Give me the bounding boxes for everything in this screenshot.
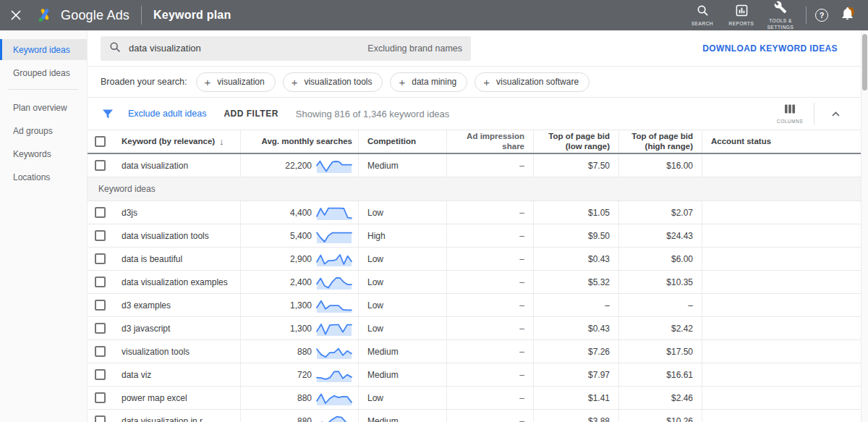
col-header-bid-high[interactable]: Top of page bid (high range)	[619, 130, 702, 153]
select-all-checkbox[interactable]	[95, 136, 106, 147]
row-checkbox-cell	[88, 224, 113, 247]
sidebar-item-label: Keyword ideas	[13, 45, 70, 55]
competition-cell: Low	[359, 387, 447, 409]
columns-button[interactable]: COLUMNS	[777, 104, 803, 124]
trend-sparkline	[316, 367, 352, 383]
competition-cell: Low	[359, 201, 447, 224]
notifications-bell-icon[interactable]	[841, 7, 854, 23]
keyword-row: power map excel 880 Low – $1.41 $2.46	[88, 387, 861, 410]
col-header-searches[interactable]: Avg. monthly searches	[241, 130, 359, 153]
plus-icon: +	[483, 77, 490, 88]
filter-funnel-icon[interactable]	[102, 109, 114, 119]
broaden-chip[interactable]: + visualization software	[475, 72, 590, 92]
sidebar-item-locations[interactable]: Locations	[0, 166, 87, 187]
searches-value: 880	[297, 347, 312, 357]
row-checkbox-cell	[88, 201, 113, 224]
trend-sparkline	[316, 274, 352, 290]
bid-high-cell: $17.50	[619, 340, 702, 363]
col-header-account-status[interactable]: Account status	[702, 130, 861, 153]
sidebar-item-keywords[interactable]: Keywords	[0, 143, 87, 164]
row-checkbox[interactable]	[95, 277, 106, 287]
main-panel: data visualization Excluding brand names…	[87, 30, 861, 422]
ad-impression-share-cell: –	[447, 363, 534, 386]
keyword-cell: d3 examples	[113, 294, 241, 316]
sidebar-item-label: Plan overview	[13, 103, 67, 113]
searches-cell: 880	[241, 410, 359, 422]
row-checkbox-cell	[88, 363, 113, 386]
row-checkbox[interactable]	[95, 253, 106, 264]
competition-cell: Medium	[359, 363, 447, 386]
reports-nav-button[interactable]: REPORTS	[722, 3, 761, 28]
bid-low-cell: $0.43	[534, 248, 619, 270]
sidebar-item-ad-groups[interactable]: Ad groups	[0, 120, 87, 141]
collapse-chevron-up-icon[interactable]	[825, 108, 846, 120]
row-checkbox-cell	[88, 271, 113, 293]
bid-high-cell: $2.07	[619, 201, 702, 224]
ad-impression-share-cell: –	[447, 410, 534, 422]
add-filter-button[interactable]: ADD FILTER	[224, 109, 278, 119]
account-status-cell	[702, 363, 861, 386]
close-icon[interactable]	[10, 9, 35, 21]
search-icon	[697, 4, 709, 20]
keyword-cell: d3js	[113, 201, 241, 224]
row-checkbox-cell	[88, 410, 113, 422]
plus-icon: +	[205, 77, 211, 88]
broaden-chip[interactable]: + visualization	[196, 72, 276, 92]
keyword-cell: visualization tools	[113, 340, 241, 363]
account-status-cell	[702, 410, 861, 422]
bid-high-cell: $2.42	[619, 317, 702, 339]
plus-icon: +	[292, 77, 298, 88]
scrollbar-thumb[interactable]	[862, 34, 867, 90]
search-nav-button[interactable]: SEARCH	[683, 3, 722, 28]
ad-impression-share-cell: –	[447, 340, 534, 363]
keyword-row: data visualization in r 880 Medium – $3.…	[88, 410, 861, 422]
row-checkbox[interactable]	[95, 392, 106, 403]
bid-high-cell: $10.26	[619, 410, 702, 422]
trend-sparkline	[316, 251, 352, 267]
download-keyword-ideas-link[interactable]: DOWNLOAD KEYWORD IDEAS	[702, 43, 838, 54]
col-header-competition[interactable]: Competition	[359, 130, 447, 153]
reports-nav-label: REPORTS	[729, 21, 754, 28]
col-header-ad-impression-share[interactable]: Ad impression share	[447, 130, 534, 153]
select-all-checkbox-cell	[88, 130, 113, 153]
col-header-bid-low[interactable]: Top of page bid (low range)	[534, 130, 619, 153]
col-header-keyword[interactable]: Keyword (by relevance)↓	[113, 130, 241, 153]
bid-high-cell: $24.43	[619, 224, 702, 247]
bid-high-cell: $16.61	[619, 363, 702, 386]
sidebar-item-plan-overview[interactable]: Plan overview	[0, 97, 87, 118]
keyword-cell: data is beautiful	[113, 248, 241, 270]
bid-low-cell: $7.97	[534, 363, 619, 386]
row-checkbox[interactable]	[95, 323, 106, 334]
bid-high-cell: –	[619, 294, 702, 316]
row-checkbox[interactable]	[95, 415, 106, 422]
broaden-chip[interactable]: + visualization tools	[283, 72, 383, 92]
row-checkbox[interactable]	[95, 207, 106, 218]
broaden-chip[interactable]: + data mining	[390, 72, 467, 92]
sidebar-item-label: Ad groups	[13, 126, 53, 136]
plus-icon: +	[399, 77, 405, 88]
keyword-search-input[interactable]: data visualization Excluding brand names	[101, 36, 471, 61]
chip-label: visualization software	[496, 77, 579, 87]
bid-low-cell: $7.26	[534, 340, 619, 363]
competition-cell: Low	[359, 294, 447, 316]
help-icon[interactable]: ?	[815, 9, 828, 22]
exclude-adult-ideas-filter[interactable]: Exclude adult ideas	[128, 109, 206, 119]
sidebar-item-keyword-ideas[interactable]: Keyword ideas	[0, 39, 87, 60]
row-checkbox[interactable]	[95, 300, 106, 311]
tools-settings-nav-button[interactable]: TOOLS & SETTINGS	[761, 0, 800, 31]
trend-sparkline	[316, 344, 352, 360]
idea-rows: d3js 4,400 Low – $1.05 $2.07 data visual…	[88, 201, 861, 422]
searches-value: 2,400	[290, 277, 312, 287]
ad-impression-share-cell: –	[447, 248, 534, 270]
row-checkbox[interactable]	[95, 230, 106, 241]
sidebar-item-grouped-ideas[interactable]: Grouped ideas	[0, 62, 87, 83]
searches-value: 1,300	[290, 324, 312, 334]
row-checkbox[interactable]	[95, 346, 106, 357]
sidebar: Keyword ideas Grouped ideas Plan overvie…	[0, 30, 87, 422]
keyword-cell: data visualization examples	[113, 271, 241, 293]
row-checkbox[interactable]	[95, 160, 106, 171]
keyword-row: d3 javascript 1,300 Low – $0.43 $2.42	[88, 317, 861, 340]
row-checkbox[interactable]	[95, 369, 106, 380]
search-nav-label: SEARCH	[692, 21, 713, 28]
ad-impression-share-cell: –	[447, 224, 534, 247]
